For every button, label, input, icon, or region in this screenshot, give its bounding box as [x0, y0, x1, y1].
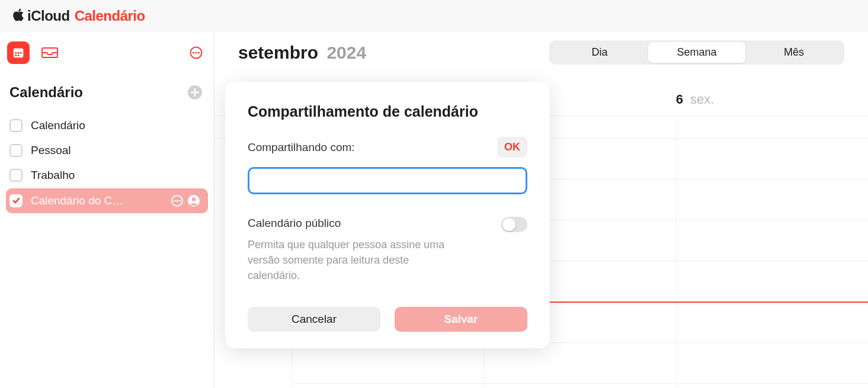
sidebar-toolbar — [6, 39, 208, 71]
ok-button[interactable]: OK — [497, 137, 527, 158]
sidebar-section-title: Calendário — [9, 84, 83, 101]
svg-point-8 — [193, 52, 194, 53]
calendar-list: Calendário Pessoal Trabalho Calendário d… — [6, 108, 208, 213]
calendar-checkbox[interactable] — [9, 144, 23, 157]
add-calendar-button[interactable] — [188, 85, 202, 100]
svg-rect-6 — [18, 54, 20, 56]
svg-rect-3 — [18, 52, 20, 54]
public-description: Permita que qualquer pessoa assine uma v… — [248, 237, 461, 283]
svg-point-12 — [174, 200, 175, 202]
share-email-input[interactable] — [248, 167, 527, 194]
more-options-icon[interactable] — [189, 46, 203, 60]
view-switcher: Dia Semana Mês — [549, 40, 844, 65]
calendar-checkbox[interactable] — [9, 169, 23, 182]
svg-rect-2 — [15, 52, 17, 54]
svg-point-9 — [195, 52, 197, 53]
calendar-item[interactable]: Pessoal — [6, 139, 208, 162]
year-value: 2024 — [326, 43, 366, 62]
item-more-icon[interactable] — [170, 194, 184, 208]
main-header: setembro 2024 Dia Semana Mês — [214, 32, 868, 73]
sidebar-section-header: Calendário — [6, 71, 208, 108]
svg-point-16 — [192, 197, 196, 201]
calendar-item[interactable]: Calendário — [6, 114, 208, 137]
save-button[interactable]: Salvar — [395, 307, 527, 332]
day-name: sex. — [690, 92, 714, 107]
calendar-name: Calendário do C… — [31, 194, 170, 207]
svg-point-14 — [179, 200, 181, 202]
share-with-label: Compartilhando com: — [248, 141, 497, 154]
calendar-checkbox[interactable] — [9, 194, 23, 207]
calendar-name: Calendário — [31, 119, 201, 132]
calendar-name: Pessoal — [31, 144, 201, 157]
inbox-tray-icon[interactable] — [41, 47, 58, 59]
view-day-button[interactable]: Dia — [551, 42, 648, 63]
calendar-app-label[interactable]: Calendário — [75, 8, 145, 24]
calendar-view-icon[interactable] — [7, 41, 30, 64]
share-calendar-popover: Compartilhamento de calendário Compartil… — [225, 82, 550, 348]
cancel-button[interactable]: Cancelar — [248, 307, 380, 332]
svg-point-13 — [177, 200, 178, 202]
calendar-item[interactable]: Trabalho — [6, 163, 208, 187]
svg-rect-4 — [20, 52, 22, 54]
month-name: setembro — [238, 43, 318, 62]
shared-person-icon[interactable] — [187, 194, 201, 208]
icloud-label[interactable]: iCloud — [27, 8, 70, 24]
app-header: iCloud Calendário — [0, 0, 868, 32]
svg-rect-5 — [15, 54, 17, 56]
sidebar: Calendário Calendário Pessoal Trabalho — [0, 32, 214, 388]
toggle-knob — [502, 218, 515, 231]
calendar-checkbox[interactable] — [9, 119, 23, 132]
day-column-header: 6 sex. — [676, 73, 868, 113]
svg-rect-1 — [14, 49, 24, 52]
popover-title: Compartilhamento de calendário — [248, 103, 527, 120]
public-calendar-label: Calendário público — [248, 217, 501, 230]
calendar-name: Trabalho — [31, 169, 201, 182]
svg-point-10 — [198, 52, 200, 53]
public-toggle[interactable] — [501, 217, 527, 232]
apple-logo-icon — [12, 8, 25, 24]
view-month-button[interactable]: Mês — [745, 42, 843, 63]
day-num: 6 — [676, 92, 683, 107]
view-week-button[interactable]: Semana — [648, 42, 745, 63]
calendar-item-selected[interactable]: Calendário do C… — [6, 188, 208, 213]
month-year-title: setembro 2024 — [238, 43, 366, 63]
